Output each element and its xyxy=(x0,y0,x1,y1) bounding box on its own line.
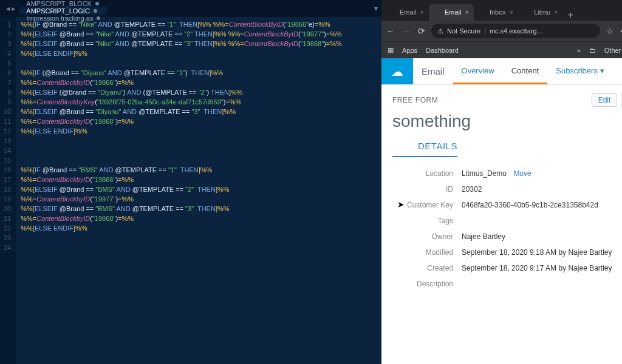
bookmarks-bar: ▦ Apps Dashboard » 🗀 Other Bookmarks xyxy=(381,41,622,58)
browser-toolbar: ← → ⟳ ⚠ Not Secure | mc.s4.exacttarg… ☆ … xyxy=(381,21,622,41)
code-line[interactable]: %%[ELSE ENDIF]%% xyxy=(21,49,341,58)
code-line[interactable]: %%[IF @Brand == "BMS" AND @TEMPLATE == "… xyxy=(21,165,341,175)
customer-key-label: Customer Key xyxy=(392,201,453,209)
content-type-label: FREE FORM xyxy=(392,96,438,104)
tab-overview[interactable]: Overview xyxy=(453,58,503,84)
code-line[interactable]: %%=ContentBlockbyKey("f3920f75-02ba-450c… xyxy=(21,97,341,107)
bookmark-star-icon[interactable]: ☆ xyxy=(606,27,613,36)
code-line[interactable]: %%[ELSEIF @Brand == "Nike" AND @TEMPLATE… xyxy=(21,29,341,39)
editor-tab-ampscript-logic[interactable]: AMPSCRIPT_LOGIC xyxy=(19,7,108,15)
code-line[interactable]: %%[ELSE ENDIF]%% xyxy=(21,223,341,233)
favicon-icon xyxy=(523,8,530,16)
id-label: ID xyxy=(392,185,453,194)
code-line[interactable]: %%[ELSEIF @Brand == "Diyanu" AND @TEMPLA… xyxy=(21,107,341,116)
code-line[interactable] xyxy=(21,146,341,155)
insecure-icon: ⚠ xyxy=(437,27,443,35)
code-line[interactable] xyxy=(21,233,341,243)
tab-interactions[interactable]: Interactio xyxy=(613,58,622,84)
code-line[interactable]: %%=ContentBlockbyID("19977")=%% xyxy=(21,194,341,204)
move-link[interactable]: Move xyxy=(513,169,531,178)
close-tab-icon[interactable]: × xyxy=(420,8,424,16)
code-line[interactable]: %%[IF @Brand == "Nike" AND @TEMPLATE == … xyxy=(21,19,341,29)
app-header: ☁ Email Overview Content Subscribers ▾ I… xyxy=(381,58,622,85)
tags-label: Tags xyxy=(392,217,453,225)
code-line[interactable]: %%[ELSE ENDIF]%% xyxy=(21,126,341,136)
apps-icon[interactable]: ▦ xyxy=(388,46,394,54)
created-label: Created xyxy=(392,264,453,272)
dirty-indicator-icon xyxy=(95,2,99,5)
code-line[interactable]: %%=ContentBlockbyID("19868")=%% xyxy=(21,116,341,126)
favicon-icon xyxy=(389,8,396,16)
owner-value: Najee Bartley xyxy=(462,232,505,241)
details-section-header[interactable]: DETAILS xyxy=(392,141,457,157)
extensions-icon[interactable]: ✦ xyxy=(620,27,622,36)
code-line[interactable] xyxy=(21,58,341,68)
new-tab-button[interactable]: + xyxy=(563,10,578,21)
location-value: Litmus_Demo xyxy=(462,169,507,178)
page-content: ☁ Email Overview Content Subscribers ▾ I… xyxy=(381,58,622,364)
code-line[interactable] xyxy=(21,136,341,146)
back-button[interactable]: ← xyxy=(386,26,395,36)
description-label: Description xyxy=(392,280,453,288)
editor-overflow-icon[interactable]: ▾ xyxy=(371,0,381,17)
tab-history-nav[interactable]: ◂ ▸ xyxy=(2,0,19,17)
tab-content[interactable]: Content xyxy=(503,58,548,84)
reload-button[interactable]: ⟳ xyxy=(418,26,425,36)
favicon-icon xyxy=(479,8,486,16)
code-area[interactable]: %%[IF @Brand == "Nike" AND @TEMPLATE == … xyxy=(16,17,346,364)
browser-window: Email×Email×Inbox×Litmu× + ← → ⟳ ⚠ Not S… xyxy=(381,0,622,364)
code-line[interactable]: %%=ContentBlockbyID("19866")=%% xyxy=(21,78,341,87)
tab-subscribers[interactable]: Subscribers ▾ xyxy=(547,58,613,84)
close-tab-icon[interactable]: × xyxy=(465,8,468,16)
salesforce-cloud-icon[interactable]: ☁ xyxy=(381,58,413,84)
asset-title: something xyxy=(392,112,622,131)
browser-tab[interactable]: Email× xyxy=(429,4,474,21)
close-tab-icon[interactable]: × xyxy=(510,8,513,16)
dashboard-bookmark[interactable]: Dashboard xyxy=(426,47,459,54)
app-brand: Email xyxy=(413,58,453,84)
code-line[interactable]: %%[ELSEIF @Brand == "Nike" AND @TEMPLATE… xyxy=(21,39,341,49)
tab-subscribers-label: Subscribers xyxy=(556,66,598,75)
edit-button[interactable]: Edit xyxy=(592,93,618,107)
code-line[interactable]: %%=ContentBlockbyID("19868")=%% xyxy=(21,214,341,223)
location-label: Location xyxy=(392,169,453,178)
address-bar[interactable]: ⚠ Not Secure | mc.s4.exacttarg… xyxy=(431,24,600,38)
browser-tab-strip: Email×Email×Inbox×Litmu× + xyxy=(381,0,622,21)
created-value: September 18, 2020 9:17 AM by Najee Bart… xyxy=(462,264,612,272)
browser-tab[interactable]: Inbox× xyxy=(474,4,518,21)
security-label: Not Secure xyxy=(447,27,480,35)
close-tab-icon[interactable]: × xyxy=(554,8,558,16)
code-line[interactable] xyxy=(21,155,341,165)
other-bookmarks[interactable]: Other Bookmarks xyxy=(604,47,622,54)
folder-icon: 🗀 xyxy=(589,47,596,54)
id-value: 20302 xyxy=(462,185,482,194)
forward-button[interactable]: → xyxy=(402,26,411,36)
url-text: mc.s4.exacttarg… xyxy=(490,27,544,35)
chevron-down-icon: ▾ xyxy=(600,66,604,75)
apps-bookmark[interactable]: Apps xyxy=(402,47,417,54)
modified-label: Modified xyxy=(392,248,453,257)
favicon-icon xyxy=(434,8,441,16)
code-line[interactable]: %%[IF (@Brand == "Diyanu" AND @TEMPLATE … xyxy=(21,68,341,78)
browser-tab[interactable]: Litmu× xyxy=(518,4,562,21)
editor-tab-ampscript-block[interactable]: AMPSCRIPT_BLOCK xyxy=(19,0,108,7)
code-line[interactable] xyxy=(21,243,341,252)
code-editor: ◂ ▸ AMPSCRIPT_BLOCKAMPSCRIPT_LOGICImpres… xyxy=(0,0,381,364)
code-line[interactable]: %%[ELSEIF (@Brand == "Diyanu") AND (@TEM… xyxy=(21,87,341,97)
dirty-indicator-icon xyxy=(94,9,97,13)
browser-tab[interactable]: Email× xyxy=(384,4,429,21)
customer-key-value: 0468fa20-3360-40b5-9c1b-2ce31358b42d xyxy=(462,201,598,209)
code-line[interactable]: %%[ELSEIF @Brand == "BMS" AND @TEMPLATE … xyxy=(21,204,341,214)
owner-label: Owner xyxy=(392,232,453,241)
bookmarks-overflow-icon[interactable]: » xyxy=(577,47,581,54)
editor-tab-bar: ◂ ▸ AMPSCRIPT_BLOCKAMPSCRIPT_LOGICImpres… xyxy=(0,0,381,17)
line-number-gutter: 123456789101112131415161718192021222324 xyxy=(0,17,16,364)
code-line[interactable]: %%=ContentBlockbyID("19866")=%% xyxy=(21,175,341,184)
editor-body[interactable]: 123456789101112131415161718192021222324 … xyxy=(0,17,381,364)
modified-value: September 18, 2020 9:18 AM by Najee Bart… xyxy=(462,248,612,257)
code-line[interactable]: %%[ELSEIF @Brand == "BMS" AND @TEMPLATE … xyxy=(21,184,341,194)
